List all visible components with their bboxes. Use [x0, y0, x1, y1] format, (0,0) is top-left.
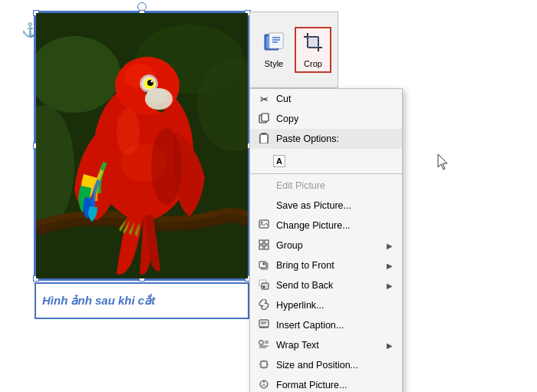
hyperlink-icon — [256, 299, 272, 312]
menu-change-picture-label: Change Picture... — [276, 220, 393, 231]
menu-send-to-back-label: Send to Back — [276, 280, 387, 291]
svg-point-60 — [263, 381, 265, 383]
svg-rect-39 — [259, 245, 263, 249]
svg-rect-21 — [271, 35, 282, 47]
menu-bring-to-front-label: Bring to Front — [276, 260, 387, 271]
menu-paste-sub[interactable]: A — [250, 149, 402, 172]
group-arrow: ▶ — [387, 242, 393, 250]
format-picture-icon — [256, 379, 272, 392]
svg-point-14 — [147, 88, 168, 104]
svg-rect-49 — [259, 341, 263, 344]
menu-change-picture[interactable]: Change Picture... — [250, 216, 402, 236]
mouse-cursor — [437, 153, 446, 169]
menu-format-picture-label: Format Picture... — [276, 380, 393, 390]
svg-rect-40 — [265, 245, 268, 249]
svg-rect-31 — [262, 114, 268, 121]
menu-cut[interactable]: ✂ Cut — [250, 89, 402, 109]
menu-format-picture[interactable]: Format Picture... — [250, 375, 402, 392]
svg-point-36 — [261, 221, 263, 223]
insert-caption-icon — [256, 319, 272, 332]
caption-text: Hình ảnh sau khi cắt — [42, 294, 155, 308]
divider-1 — [250, 173, 402, 174]
menu-wrap-text[interactable]: Wrap Text ▶ — [250, 335, 402, 355]
menu-cut-label: Cut — [276, 94, 393, 104]
menu-save-as-picture[interactable]: Save as Picture... — [250, 196, 402, 216]
svg-point-17 — [151, 128, 182, 205]
send-back-icon — [256, 279, 272, 292]
svg-rect-44 — [262, 283, 268, 289]
svg-point-16 — [117, 109, 140, 155]
image-container[interactable] — [35, 12, 249, 280]
group-icon — [256, 239, 272, 252]
send-back-arrow: ▶ — [387, 282, 393, 290]
bring-front-icon — [256, 259, 272, 272]
menu-group-label: Group — [276, 240, 387, 251]
menu-bring-to-front[interactable]: Bring to Front ▶ — [250, 255, 402, 275]
menu-paste-options[interactable]: Paste Options: — [250, 129, 402, 149]
svg-rect-54 — [261, 361, 267, 367]
menu-size-position-label: Size and Position... — [276, 360, 393, 371]
menu-size-position[interactable]: Size and Position... — [250, 355, 402, 375]
menu-copy-label: Copy — [276, 114, 393, 124]
style-button[interactable]: Style — [256, 28, 292, 72]
crop-button[interactable]: Crop — [295, 27, 331, 73]
toolbar: Style Crop — [249, 12, 338, 88]
menu-copy[interactable]: Copy — [250, 109, 402, 129]
menu-hyperlink[interactable]: Hyperlink... — [250, 295, 402, 315]
wrap-text-arrow: ▶ — [387, 341, 393, 350]
menu-edit-picture: Edit Picture — [250, 176, 402, 196]
menu-send-to-back[interactable]: Send to Back ▶ — [250, 275, 402, 295]
menu-insert-caption-label: Insert Caption... — [276, 320, 393, 331]
menu-wrap-text-label: Wrap Text — [276, 340, 387, 351]
wrap-text-icon — [256, 339, 272, 352]
paste-a-icon: A — [272, 155, 287, 166]
context-menu: ✂ Cut Copy Paste Option — [249, 88, 403, 392]
svg-rect-29 — [308, 37, 318, 48]
menu-insert-caption[interactable]: Insert Caption... — [250, 315, 402, 335]
crop-icon — [302, 31, 324, 58]
svg-point-11 — [151, 81, 153, 83]
menu-paste-options-label: Paste Options: — [276, 133, 393, 144]
canvas-area: ⚓ — [0, 0, 537, 392]
menu-hyperlink-label: Hyperlink... — [276, 300, 393, 311]
size-position-icon — [256, 359, 272, 372]
crop-label: Crop — [304, 59, 322, 68]
style-label: Style — [265, 59, 283, 68]
style-icon — [263, 31, 285, 58]
copy-icon — [256, 113, 272, 126]
menu-edit-picture-label: Edit Picture — [276, 180, 393, 191]
caption-box: Hình ảnh sau khi cắt — [35, 282, 249, 319]
change-picture-icon — [256, 219, 272, 232]
menu-group[interactable]: Group ▶ — [250, 236, 402, 255]
parrot-image — [36, 13, 248, 278]
cut-icon: ✂ — [256, 94, 272, 105]
svg-rect-42 — [259, 262, 266, 268]
svg-rect-34 — [260, 134, 268, 143]
menu-save-as-picture-label: Save as Picture... — [276, 200, 393, 211]
paste-icon — [256, 133, 272, 146]
svg-rect-37 — [259, 240, 263, 244]
bring-front-arrow: ▶ — [387, 262, 393, 270]
svg-rect-38 — [265, 240, 268, 244]
